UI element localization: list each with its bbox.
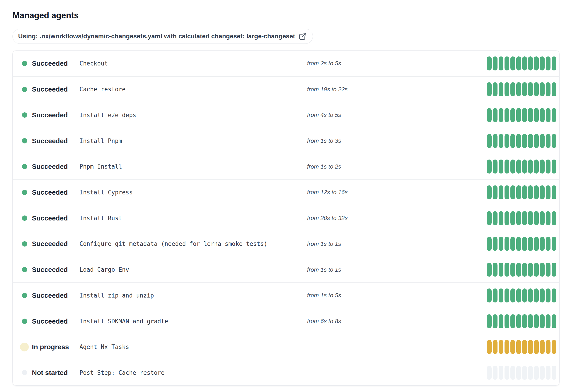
step-row[interactable]: Succeeded Install Rust from 20s to 32s <box>13 205 559 231</box>
progress-segment <box>540 263 545 277</box>
progress-segment <box>510 134 515 148</box>
progress-segment <box>540 82 545 96</box>
progress-segment <box>493 160 497 174</box>
progress-segment <box>522 185 527 199</box>
progress-segment <box>534 56 539 70</box>
progress-segment <box>534 237 539 251</box>
progress-segment <box>522 263 527 277</box>
step-duration: from 1s to 3s <box>307 137 487 144</box>
progress-segment <box>546 56 551 70</box>
progress-segment <box>546 82 551 96</box>
step-duration: from 4s to 5s <box>307 112 487 118</box>
step-row[interactable]: In progress Agent Nx Tasks <box>13 334 559 360</box>
step-duration: from 2s to 5s <box>307 60 487 67</box>
status-label: Succeeded <box>32 266 79 274</box>
progress-segment <box>493 366 497 380</box>
step-row[interactable]: Succeeded Cache restore from 19s to 22s <box>13 76 559 102</box>
progress-segment <box>505 237 509 251</box>
status-label: Succeeded <box>32 317 79 325</box>
progress-segment <box>493 108 497 122</box>
progress-segments <box>487 211 556 225</box>
step-row[interactable]: Succeeded Checkout from 2s to 5s <box>13 50 559 76</box>
progress-segment <box>522 314 527 328</box>
progress-segments <box>487 263 556 277</box>
step-row[interactable]: Not started Post Step: Cache restore <box>13 360 559 386</box>
step-row[interactable]: Succeeded Install zip and unzip from 1s … <box>13 282 559 308</box>
step-row[interactable]: Succeeded Install Cypress from 12s to 16… <box>13 180 559 205</box>
progress-segment <box>528 340 533 354</box>
progress-segment <box>493 56 497 70</box>
progress-segment <box>493 263 497 277</box>
progress-segment <box>528 56 533 70</box>
progress-segment <box>546 237 551 251</box>
step-row[interactable]: Succeeded Pnpm Install from 1s to 2s <box>13 154 559 180</box>
progress-segment <box>499 82 503 96</box>
progress-segment <box>493 211 497 225</box>
progress-segment <box>528 263 533 277</box>
progress-segment <box>528 211 533 225</box>
progress-segment <box>493 185 497 199</box>
step-row[interactable]: Succeeded Install SDKMAN and gradle from… <box>13 308 559 334</box>
progress-segment <box>499 288 503 303</box>
progress-segment <box>487 134 492 148</box>
step-row[interactable]: Succeeded Install e2e deps from 4s to 5s <box>13 102 559 128</box>
step-row[interactable]: Succeeded Install Pnpm from 1s to 3s <box>13 128 559 154</box>
step-name: Install Rust <box>79 215 307 222</box>
progress-segment <box>493 237 497 251</box>
progress-segment <box>546 160 551 174</box>
agents-steps-card: Succeeded Checkout from 2s to 5s Succeed… <box>13 50 559 386</box>
progress-segment <box>552 160 556 174</box>
status-label: Succeeded <box>32 60 79 67</box>
progress-segment <box>499 366 503 380</box>
progress-segment <box>510 211 515 225</box>
progress-segment <box>505 56 509 70</box>
progress-segment <box>552 340 556 354</box>
progress-segment <box>487 366 492 380</box>
progress-segment <box>522 211 527 225</box>
progress-segment <box>546 108 551 122</box>
progress-segments <box>487 185 556 199</box>
step-name: Post Step: Cache restore <box>79 369 307 376</box>
progress-segment <box>552 288 556 303</box>
progress-segment <box>552 211 556 225</box>
progress-segment <box>528 366 533 380</box>
step-name: Cache restore <box>79 86 307 93</box>
status-dot <box>22 112 32 118</box>
workflow-config-pill[interactable]: Using: .nx/workflows/dynamic-changesets.… <box>13 29 313 44</box>
status-label: In progress <box>32 343 79 351</box>
progress-segments <box>487 82 556 96</box>
progress-segment <box>534 211 539 225</box>
progress-segment <box>546 340 551 354</box>
progress-segment <box>487 288 492 303</box>
progress-segment <box>505 108 509 122</box>
status-dot <box>22 164 32 169</box>
progress-segment <box>534 134 539 148</box>
progress-segments <box>487 366 556 380</box>
step-row[interactable]: Succeeded Configure git metadata (needed… <box>13 231 559 257</box>
progress-segment <box>552 108 556 122</box>
step-name: Install SDKMAN and gradle <box>79 318 307 325</box>
step-duration: from 1s to 1s <box>307 266 487 273</box>
progress-segment <box>546 134 551 148</box>
progress-segment <box>540 211 545 225</box>
progress-segment <box>516 108 521 122</box>
status-label: Succeeded <box>32 111 79 119</box>
progress-segments <box>487 237 556 251</box>
workflow-config-label: Using: .nx/workflows/dynamic-changesets.… <box>18 33 295 40</box>
progress-segment <box>552 237 556 251</box>
progress-segment <box>493 82 497 96</box>
progress-segment <box>510 160 515 174</box>
progress-segments <box>487 160 556 174</box>
progress-segment <box>522 134 527 148</box>
progress-segment <box>522 288 527 303</box>
progress-segment <box>516 134 521 148</box>
progress-segment <box>510 56 515 70</box>
progress-segment <box>505 185 509 199</box>
progress-segment <box>516 263 521 277</box>
progress-segment <box>540 134 545 148</box>
progress-segment <box>546 211 551 225</box>
step-row[interactable]: Succeeded Load Cargo Env from 1s to 1s <box>13 257 559 283</box>
progress-segment <box>487 340 492 354</box>
progress-segment <box>499 314 503 328</box>
progress-segment <box>510 185 515 199</box>
